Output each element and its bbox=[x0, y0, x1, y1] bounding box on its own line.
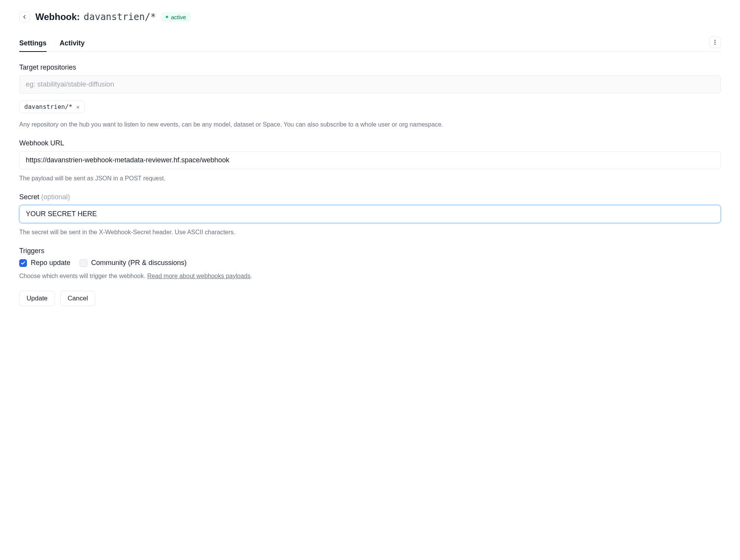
button-row: Update Cancel bbox=[19, 291, 721, 306]
section-webhook-url: Webhook URL The payload will be sent as … bbox=[19, 139, 721, 183]
title-prefix: Webhook: bbox=[35, 12, 80, 22]
section-secret: Secret (optional) The secret will be sen… bbox=[19, 193, 721, 237]
triggers-helper: Choose which events will trigger the web… bbox=[19, 272, 721, 281]
section-triggers: Triggers Repo update Community (PR & dis… bbox=[19, 247, 721, 281]
target-repos-input[interactable] bbox=[19, 75, 721, 93]
status-badge: active bbox=[161, 12, 190, 22]
tab-settings[interactable]: Settings bbox=[19, 35, 47, 52]
chevron-left-icon bbox=[23, 15, 27, 19]
checkbox-checked-icon bbox=[19, 259, 27, 267]
tab-activity[interactable]: Activity bbox=[60, 35, 85, 52]
page-title: Webhook: davanstrien/* bbox=[35, 12, 156, 22]
trigger-repo-update-label: Repo update bbox=[31, 259, 70, 267]
trigger-community-label: Community (PR & discussions) bbox=[91, 259, 187, 267]
triggers-helper-link[interactable]: Read more about webhooks payloads bbox=[147, 273, 251, 279]
trigger-repo-update[interactable]: Repo update bbox=[19, 259, 70, 267]
webhook-url-label: Webhook URL bbox=[19, 139, 721, 147]
repo-chip-label: davanstrien/* bbox=[24, 103, 72, 110]
trigger-community[interactable]: Community (PR & discussions) bbox=[80, 259, 187, 267]
webhook-url-input[interactable] bbox=[19, 151, 721, 169]
update-button[interactable]: Update bbox=[19, 291, 55, 306]
triggers-helper-prefix: Choose which events will trigger the web… bbox=[19, 273, 147, 279]
target-repos-helper: Any repository on the hub you want to li… bbox=[19, 120, 721, 129]
triggers-label: Triggers bbox=[19, 247, 721, 255]
close-icon[interactable]: ✕ bbox=[76, 104, 79, 110]
status-text: active bbox=[171, 14, 186, 20]
secret-label-text: Secret bbox=[19, 193, 41, 201]
triggers-helper-suffix: . bbox=[250, 273, 252, 279]
svg-point-1 bbox=[715, 42, 716, 43]
secret-helper: The secret will be sent in the X-Webhook… bbox=[19, 228, 721, 237]
back-button[interactable] bbox=[19, 12, 30, 22]
secret-input[interactable] bbox=[19, 205, 721, 223]
repo-chip: davanstrien/* ✕ bbox=[19, 100, 85, 113]
secret-label: Secret (optional) bbox=[19, 193, 721, 201]
more-menu-button[interactable] bbox=[709, 37, 721, 48]
webhook-url-helper: The payload will be sent as JSON in a PO… bbox=[19, 174, 721, 183]
target-repos-label: Target repositories bbox=[19, 63, 721, 72]
tabs-row: Settings Activity bbox=[19, 35, 721, 52]
dots-vertical-icon bbox=[714, 40, 716, 45]
section-target-repos: Target repositories davanstrien/* ✕ Any … bbox=[19, 63, 721, 129]
secret-optional: (optional) bbox=[41, 193, 70, 201]
checkbox-unchecked-icon bbox=[80, 259, 87, 267]
cancel-button[interactable]: Cancel bbox=[60, 291, 95, 306]
svg-point-2 bbox=[715, 44, 716, 45]
chip-row: davanstrien/* ✕ bbox=[19, 100, 721, 113]
triggers-row: Repo update Community (PR & discussions) bbox=[19, 259, 721, 267]
title-scope: davanstrien/* bbox=[84, 12, 156, 22]
status-dot-icon bbox=[166, 16, 168, 18]
header-row: Webhook: davanstrien/* active bbox=[19, 12, 721, 22]
svg-point-0 bbox=[715, 40, 716, 41]
